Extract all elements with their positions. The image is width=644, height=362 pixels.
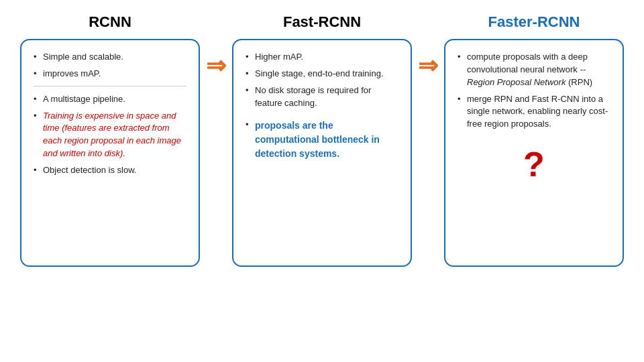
rcnn-bullet-2: improves mAP. [34,68,186,80]
fast-rcnn-title: Fast-RCNN [283,13,361,31]
question-mark: ? [458,144,610,184]
fast-rcnn-highlight-item: proposals are the computational bottlene… [246,119,398,161]
faster-rcnn-bullets: compute proposals with a deep convolutio… [458,51,610,131]
fast-rcnn-column: Fast-RCNN Higher mAP. Single stage, end-… [232,13,412,349]
arrow-1-col: ⇒ [200,13,232,78]
main-columns: RCNN Simple and scalable. improves mAP. … [20,13,624,349]
fast-rcnn-bullet-3: No disk storage is required for feature … [246,84,398,110]
rcnn-bullet-3: A multistage pipeline. [34,93,186,106]
rcnn-bullet-4: Training is expensive in space and time … [34,110,186,160]
fast-rcnn-card: Higher mAP. Single stage, end-to-end tra… [232,39,412,267]
fast-rcnn-highlight-list: proposals are the computational bottlene… [246,119,398,161]
arrow-2-icon: ⇒ [418,54,438,78]
fast-rcnn-bullet-1: Higher mAP. [246,51,398,64]
rcnn-bullet-1: Simple and scalable. [34,51,186,64]
faster-rcnn-column: Faster-RCNN compute proposals with a dee… [444,13,624,349]
rcnn-title: RCNN [89,13,131,31]
arrow-2-col: ⇒ [412,13,444,78]
faster-rcnn-card: compute proposals with a deep convolutio… [444,39,624,267]
rcnn-card: Simple and scalable. improves mAP. A mul… [20,39,200,267]
rcnn-bullet-5: Object detection is slow. [34,164,186,177]
faster-rcnn-bullet-2: merge RPN and Fast R-CNN into a single n… [458,93,610,131]
fast-rcnn-bullets-top: Higher mAP. Single stage, end-to-end tra… [246,51,398,109]
rcnn-bullets-top: Simple and scalable. improves mAP. [34,51,186,80]
arrow-1-icon: ⇒ [206,54,226,78]
rcnn-column: RCNN Simple and scalable. improves mAP. … [20,13,200,349]
rcnn-bullets-bottom: A multistage pipeline. Training is expen… [34,93,186,177]
faster-rcnn-title: Faster-RCNN [488,13,580,31]
fast-rcnn-bullet-2: Single stage, end-to-end training. [246,68,398,80]
faster-rcnn-bullet-1: compute proposals with a deep convolutio… [458,51,610,89]
